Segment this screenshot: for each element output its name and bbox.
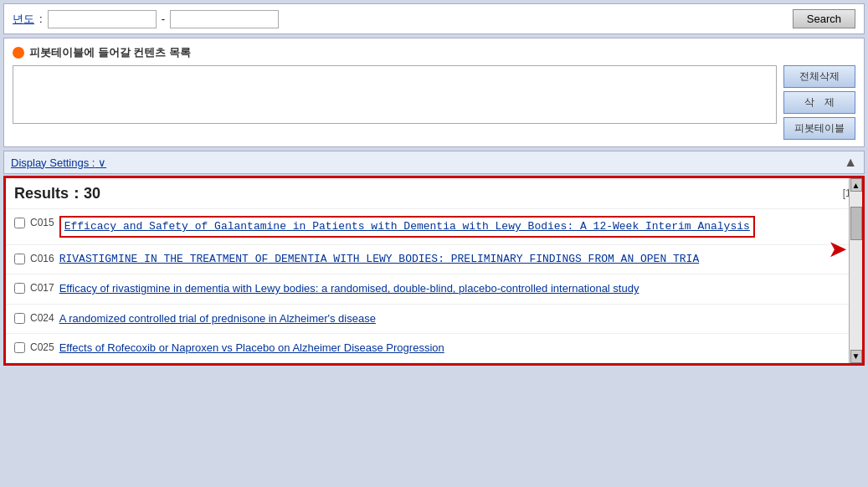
pivot-table-button[interactable]: 피봇테이블 [783, 117, 855, 140]
results-header: Results：30 [1] [6, 178, 862, 209]
result-link-c017[interactable]: Efficacy of rivastigmine in dementia wit… [59, 282, 639, 295]
result-checkbox-c017[interactable] [14, 283, 25, 294]
result-link-c025[interactable]: Effects of Rofecoxib or Naproxen vs Plac… [59, 341, 444, 354]
result-link-c024[interactable]: A randomized controlled trial of prednis… [59, 312, 376, 325]
scrollbar[interactable]: ▲ ▼ [849, 178, 862, 363]
table-row: C016 RIVASTIGMINE IN THE TREATMENT OF DE… [6, 245, 849, 274]
search-button[interactable]: Search [793, 9, 855, 28]
table-row: C025 Effects of Rofecoxib or Naproxen vs… [6, 334, 849, 363]
result-code-c015: C015 [30, 217, 54, 228]
table-row: C017 Efficacy of rivastigmine in dementi… [6, 274, 849, 304]
year-from-input[interactable] [48, 10, 157, 28]
year-to-input[interactable] [170, 10, 279, 28]
results-count: Results：30 [14, 183, 100, 203]
dash-separator: - [162, 13, 165, 25]
orange-circle-icon [13, 47, 24, 59]
result-checkbox-c025[interactable] [14, 342, 25, 353]
result-code-c024: C024 [30, 312, 54, 324]
delete-all-button[interactable]: 전체삭제 [783, 65, 855, 88]
year-label[interactable]: 년도 [13, 12, 34, 27]
table-row: C015 Efficacy and Safety of Galantamine … [6, 209, 849, 245]
result-link-c015[interactable]: Efficacy and Safety of Galantamine in Pa… [59, 216, 755, 238]
result-code-c017: C017 [30, 282, 54, 294]
result-code-c016: C016 [30, 253, 54, 264]
red-arrow-indicator: ➤ [828, 235, 847, 263]
table-row: C024 A randomized controlled trial of pr… [6, 305, 849, 334]
delete-button[interactable]: 삭 제 [783, 91, 855, 114]
results-container: Results：30 [1] C015 Efficacy and Safety … [3, 176, 865, 366]
result-checkbox-c024[interactable] [14, 313, 25, 324]
pivot-section-title: 피봇테이블에 들어갈 컨텐츠 목록 [29, 45, 191, 60]
result-checkbox-c015[interactable] [14, 218, 25, 228]
result-code-c025: C025 [30, 341, 54, 353]
result-link-c016[interactable]: RIVASTIGMINE IN THE TREATMENT OF DEMENTI… [59, 253, 700, 265]
colon-separator: : [39, 13, 43, 25]
result-checkbox-c016[interactable] [14, 254, 25, 264]
scroll-down-button[interactable]: ▼ [850, 350, 862, 363]
scroll-up-arrow[interactable]: ▲ [844, 155, 857, 170]
scrollbar-thumb[interactable] [850, 207, 862, 240]
pivot-content-textarea[interactable] [13, 65, 777, 124]
display-settings-link[interactable]: Display Settings : ∨ [11, 156, 106, 169]
scroll-up-button[interactable]: ▲ [850, 178, 862, 192]
display-settings-bar: Display Settings : ∨ ▲ [3, 151, 865, 174]
